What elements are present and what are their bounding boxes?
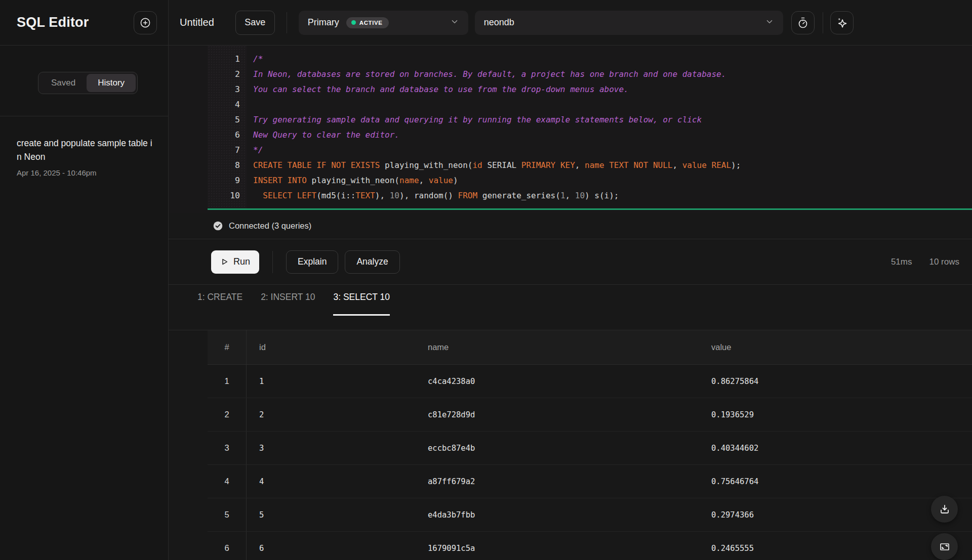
code-text: INSERT INTO playing_with_neon(name, valu…	[253, 173, 972, 188]
column-header-id: id	[247, 342, 415, 352]
code-text: CREATE TABLE IF NOT EXISTS playing_with_…	[253, 158, 972, 173]
branch-status-badge: ACTIVE	[346, 17, 389, 28]
sidebar-view-tab-saved[interactable]: Saved	[40, 74, 87, 92]
line-number: 3	[208, 82, 240, 97]
query-history-button[interactable]	[791, 11, 815, 34]
circled-plus-icon	[139, 17, 151, 29]
query-row-count: 10 rows	[929, 257, 959, 267]
history-item-timestamp: Apr 16, 2025 - 10:46pm	[17, 168, 154, 177]
history-item-title: create and populate sample table in Neon	[17, 137, 154, 164]
line-number: 9	[208, 173, 240, 188]
new-query-button[interactable]	[134, 11, 157, 34]
data-cell: 0.75646764	[699, 477, 972, 486]
download-results-button[interactable]	[931, 496, 958, 523]
data-cell: 0.40344602	[699, 444, 972, 453]
row-index-cell: 5	[208, 498, 247, 531]
code-text: In Neon, databases are stored on branche…	[253, 67, 972, 82]
result-tab[interactable]: 3: SELECT 10	[333, 292, 390, 316]
branch-select[interactable]: Primary ACTIVE	[299, 11, 468, 35]
table-row: 661679091c5a0.2465555	[208, 532, 972, 560]
code-area: 1/*2In Neon, databases are stored on bra…	[169, 46, 972, 203]
play-icon	[220, 257, 229, 266]
code-line: 8CREATE TABLE IF NOT EXISTS playing_with…	[169, 158, 972, 173]
document-title: Untitled	[180, 17, 214, 28]
code-line: 9INSERT INTO playing_with_neon(name, val…	[169, 173, 972, 188]
code-text: SELECT LEFT(md5(i::TEXT), 10), random() …	[253, 188, 972, 203]
query-actions-bar: Run Explain Analyze 51ms 10 rows	[169, 239, 972, 285]
row-index-cell: 3	[208, 432, 247, 464]
data-cell: 0.1936529	[699, 410, 972, 419]
chevron-down-icon	[450, 17, 459, 28]
code-text: */	[253, 143, 972, 158]
line-number: 5	[208, 112, 240, 127]
line-number: 8	[208, 158, 240, 173]
column-header-index: #	[208, 330, 247, 364]
data-cell: c4ca4238a0	[415, 377, 699, 386]
data-cell: 1679091c5a	[415, 544, 699, 553]
topbar-divider	[823, 12, 823, 33]
results-table: #idnamevalue11c4ca4238a00.8627586422c81e…	[208, 330, 972, 560]
column-header-name: name	[415, 342, 699, 352]
branch-name: Primary	[308, 17, 339, 28]
table-header-row: #idnamevalue	[208, 330, 972, 365]
query-result-indicator-line	[208, 208, 972, 210]
stopwatch-icon	[797, 17, 809, 29]
table-row: 55e4da3b7fbb0.2974366	[208, 498, 972, 532]
main-panel: Untitled Save Primary ACTIVE neondb	[169, 0, 972, 560]
download-icon	[939, 503, 951, 515]
run-button[interactable]: Run	[211, 250, 259, 274]
branch-status-label: ACTIVE	[359, 20, 383, 26]
chevron-down-icon	[765, 17, 774, 28]
line-number: 10	[208, 188, 240, 203]
data-cell: eccbc87e4b	[415, 444, 699, 453]
data-cell: 5	[247, 510, 415, 520]
column-header-value: value	[699, 342, 972, 352]
code-line: 1/*	[169, 52, 972, 67]
table-row: 33eccbc87e4b0.40344602	[208, 432, 972, 465]
code-line: 3You can select the branch and database …	[169, 82, 972, 97]
row-index-cell: 6	[208, 532, 247, 560]
result-tab[interactable]: 1: CREATE	[197, 292, 242, 316]
row-index-cell: 2	[208, 398, 247, 431]
code-line: 7*/	[169, 143, 972, 158]
data-cell: 1	[247, 377, 415, 386]
saved-history-toggle-section: SavedHistory	[0, 46, 168, 116]
ai-assist-button[interactable]	[830, 11, 854, 34]
expand-frame-icon	[939, 541, 951, 553]
data-cell: a87ff679a2	[415, 477, 699, 486]
save-button[interactable]: Save	[235, 11, 275, 35]
database-name: neondb	[484, 17, 514, 28]
data-cell: e4da3b7fbb	[415, 510, 699, 520]
explain-button[interactable]: Explain	[286, 250, 338, 274]
code-text: You can select the branch and database t…	[253, 82, 972, 97]
saved-history-toggle: SavedHistory	[38, 72, 138, 94]
code-line: 5Try generating sample data and querying…	[169, 112, 972, 127]
data-cell: 0.86275864	[699, 377, 972, 386]
code-line: 6New Query to clear the editor.	[169, 127, 972, 143]
analyze-button[interactable]: Analyze	[345, 250, 399, 274]
line-number: 6	[208, 127, 240, 143]
page-title: SQL Editor	[17, 15, 89, 30]
connection-status-text: Connected (3 queries)	[229, 221, 311, 231]
editor-topbar: Untitled Save Primary ACTIVE neondb	[169, 0, 972, 46]
expand-results-button[interactable]	[931, 533, 958, 560]
history-list: create and populate sample table in Neon…	[0, 116, 168, 177]
sql-editor-app: SQL Editor SavedHistory create and popul…	[0, 0, 972, 560]
data-cell: 4	[247, 477, 415, 486]
table-row: 22c81e728d9d0.1936529	[208, 398, 972, 432]
row-index-cell: 4	[208, 465, 247, 498]
code-line: 10 SELECT LEFT(md5(i::TEXT), 10), random…	[169, 188, 972, 203]
database-select[interactable]: neondb	[475, 11, 783, 35]
sidebar-header: SQL Editor	[0, 0, 168, 46]
sql-code-editor[interactable]: 1/*2In Neon, databases are stored on bra…	[169, 46, 972, 213]
result-tabs: 1: CREATE2: INSERT 103: SELECT 10	[169, 285, 972, 330]
history-item[interactable]: create and populate sample table in Neon…	[17, 137, 154, 177]
result-tab[interactable]: 2: INSERT 10	[261, 292, 315, 316]
data-cell: 2	[247, 410, 415, 419]
line-number: 2	[208, 67, 240, 82]
line-number: 4	[208, 97, 240, 112]
code-text: New Query to clear the editor.	[253, 127, 972, 143]
results-section: #idnamevalue11c4ca4238a00.8627586422c81e…	[169, 330, 972, 560]
code-text: /*	[253, 52, 972, 67]
sidebar-view-tab-history[interactable]: History	[87, 74, 136, 92]
